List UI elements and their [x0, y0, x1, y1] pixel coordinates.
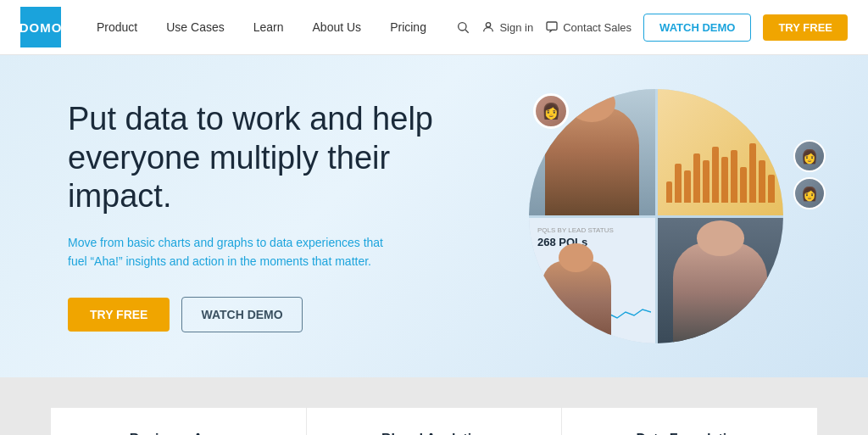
try-free-nav-button[interactable]: TRY FREE — [763, 14, 848, 41]
bar-item — [749, 143, 756, 203]
hero-circle: PQLS BY LEAD STATUS 268 PQLs — [529, 89, 783, 343]
svg-point-2 — [487, 23, 491, 27]
hero-buttons: TRY FREE WATCH DEMO — [68, 297, 475, 332]
contact-sales-label: Contact Sales — [563, 21, 632, 34]
bar-item — [740, 167, 747, 202]
hero-visual: 👩 PQLS BY LEAD STA — [529, 89, 817, 343]
hero-section: Put data to work and help everyone multi… — [0, 55, 868, 377]
bar-chart — [666, 135, 776, 203]
bar-item — [693, 153, 700, 203]
card-bi-analytics: BI and Analytics Use intuitive dashboard… — [307, 408, 562, 435]
bar-item — [712, 147, 719, 203]
quad-bar-chart — [658, 89, 784, 215]
hero-content: Put data to work and help everyone multi… — [68, 100, 475, 332]
try-free-hero-button[interactable]: TRY FREE — [68, 298, 170, 332]
sign-in-button[interactable]: Sign in — [481, 20, 533, 34]
card-business-apps: Business Apps Make better, faster decisi… — [51, 408, 306, 435]
search-button[interactable] — [456, 20, 470, 34]
search-icon — [456, 20, 470, 34]
svg-point-0 — [459, 23, 466, 31]
navbar: DOMO Product Use Cases Learn About Us Pr… — [0, 0, 868, 55]
pql-label: PQLS BY LEAD STATUS — [537, 226, 647, 234]
card-title-business-apps: Business Apps — [78, 432, 279, 435]
nav-right: Sign in Contact Sales WATCH DEMO TRY FRE… — [456, 14, 848, 42]
pql-value: 268 PQLs — [537, 236, 647, 248]
watch-demo-nav-button[interactable]: WATCH DEMO — [643, 14, 751, 42]
chat-icon — [545, 20, 559, 34]
card-title-bi: BI and Analytics — [334, 432, 535, 435]
nav-link-pricing[interactable]: Pricing — [378, 14, 438, 41]
side-avatars: 👩 👩 — [793, 140, 826, 209]
avatar-side-2: 👩 — [793, 177, 826, 209]
nav-link-use-cases[interactable]: Use Cases — [154, 14, 236, 41]
svg-line-1 — [465, 30, 469, 33]
card-data-foundation: Data Foundation Build data experiences o… — [562, 408, 817, 435]
bar-item — [768, 175, 775, 203]
bar-item — [721, 157, 728, 203]
svg-rect-3 — [547, 22, 557, 30]
quad-person-dark — [658, 218, 784, 344]
logo-text: DOMO — [19, 20, 63, 35]
logo[interactable]: DOMO — [20, 7, 61, 47]
sign-in-label: Sign in — [499, 21, 533, 34]
bar-item — [675, 164, 682, 202]
watch-demo-hero-button[interactable]: WATCH DEMO — [181, 297, 302, 332]
bar-item — [731, 150, 737, 203]
bar-item — [759, 160, 765, 202]
hero-headline: Put data to work and help everyone multi… — [68, 100, 475, 216]
cards-section: Business Apps Make better, faster decisi… — [0, 377, 868, 435]
bar-item — [666, 181, 673, 203]
nav-link-learn[interactable]: Learn — [242, 14, 296, 41]
nav-links: Product Use Cases Learn About Us Pricing — [85, 14, 456, 41]
bar-item — [684, 170, 691, 202]
avatar-top-left: 👩 — [533, 93, 569, 129]
user-icon — [481, 20, 495, 34]
nav-link-product[interactable]: Product — [85, 14, 149, 41]
card-title-data: Data Foundation — [589, 432, 790, 435]
nav-link-about-us[interactable]: About Us — [301, 14, 374, 41]
bar-item — [703, 160, 709, 202]
quad-pql: PQLS BY LEAD STATUS 268 PQLs — [529, 218, 655, 344]
avatar-side-1: 👩 — [793, 140, 826, 172]
hero-subtext: Move from basic charts and graphs to dat… — [68, 233, 390, 271]
contact-sales-button[interactable]: Contact Sales — [545, 20, 632, 34]
